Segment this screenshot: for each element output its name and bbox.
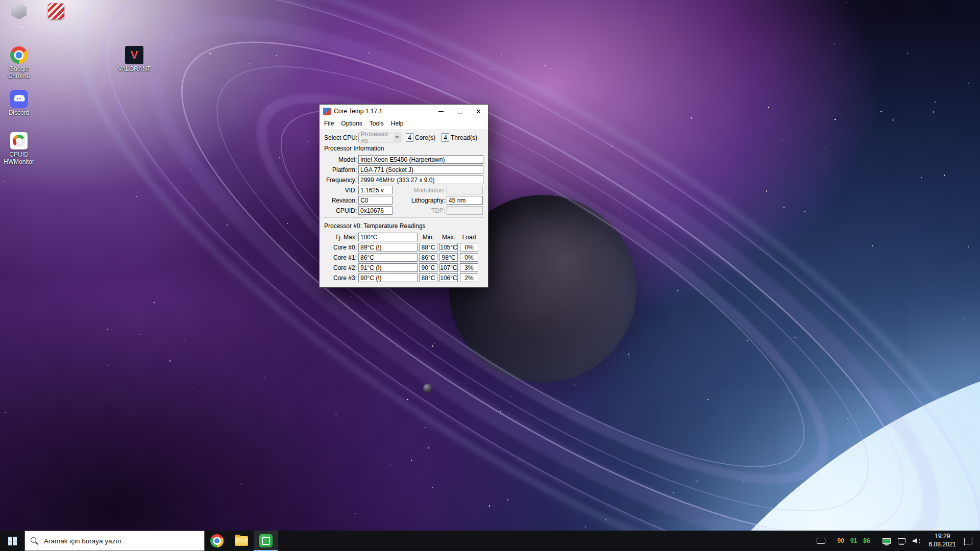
- menu-bar: File Options Tools Help: [320, 118, 488, 129]
- system-tray: 90 91 86 19:29 6.08.2021: [813, 531, 980, 551]
- core1-temp-field: 86°C: [358, 253, 418, 262]
- menu-options[interactable]: Options: [337, 118, 365, 129]
- core2-temp-field: 91°C (!): [358, 263, 418, 272]
- desktop-icon-hwmonitor[interactable]: CPUID HWMonitor: [0, 132, 40, 166]
- window-title: Core Temp 1.17.1: [334, 108, 431, 115]
- core2-min-field: 90°C: [419, 263, 437, 272]
- menu-help[interactable]: Help: [387, 118, 407, 129]
- cpuid-label: CPUID:: [324, 207, 358, 214]
- menu-tools[interactable]: Tools: [366, 118, 387, 129]
- cores-count-field: 4: [406, 133, 413, 142]
- tdp-field: [447, 206, 483, 215]
- coretemp-tray-temps[interactable]: 90 91 86: [829, 531, 879, 551]
- taskbar: 90 91 86 19:29 6.08.2021: [0, 531, 980, 551]
- wallpaper: [0, 0, 980, 551]
- start-button[interactable]: [0, 531, 24, 551]
- search-icon: [31, 537, 38, 545]
- dark-dust-overlay: [0, 0, 980, 551]
- core0-min-field: 88°C: [419, 243, 437, 252]
- core3-temp-field: 90°C (!): [358, 273, 418, 282]
- select-cpu-label: Select CPU:: [324, 134, 358, 141]
- cube-app-icon: [10, 2, 28, 20]
- taskbar-clock[interactable]: 19:29 6.08.2021: [924, 533, 961, 548]
- network-tray-icon[interactable]: [894, 531, 909, 551]
- discord-icon: [10, 90, 28, 108]
- desktop-icon-label: VALORANT: [118, 66, 151, 73]
- cores-label: Core(s): [415, 134, 435, 141]
- model-label: Model:: [324, 156, 358, 163]
- cpu-select-dropdown[interactable]: Processor #0: [358, 133, 401, 142]
- title-bar[interactable]: Core Temp 1.17.1 ✕: [320, 105, 488, 118]
- desktop-icon-label: Discord: [9, 110, 30, 117]
- tjmax-label: Tj. Max:: [324, 234, 358, 241]
- tdp-label: TDP:: [393, 207, 447, 214]
- taskbar-search[interactable]: [24, 531, 205, 551]
- coretemp-taskbar-icon: [259, 534, 273, 547]
- core0-temp-field: 89°C (!): [358, 243, 418, 252]
- lithography-field: 45 nm: [447, 196, 483, 205]
- close-button[interactable]: ✕: [469, 105, 488, 118]
- tray-temp-value[interactable]: 91: [848, 537, 860, 544]
- cpuid-field: 0x10676: [358, 206, 393, 215]
- menu-file[interactable]: File: [321, 118, 337, 129]
- coretemp-app-icon: [323, 108, 331, 115]
- core3-row: Core #3: 90°C (!) 88°C 106°C 2%: [324, 273, 483, 282]
- display-tray-icon[interactable]: [879, 531, 894, 551]
- temp-readings-section-label: Processor #0: Temperature Readings: [324, 222, 483, 230]
- platform-field: LGA 771 (Socket J): [358, 165, 483, 174]
- core1-label: Core #1:: [324, 254, 358, 261]
- taskbar-chrome-button[interactable]: [205, 531, 229, 551]
- clock-date: 6.08.2021: [929, 541, 956, 549]
- select-cpu-row: Select CPU: Processor #0 4 Core(s) 4 Thr…: [324, 133, 483, 142]
- clock-time: 19:29: [935, 533, 950, 541]
- search-input[interactable]: [43, 537, 199, 545]
- core2-label: Core #2:: [324, 264, 358, 271]
- maximize-button[interactable]: [450, 105, 469, 118]
- lithography-label: Lithography:: [393, 197, 447, 204]
- window-body: Select CPU: Processor #0 4 Core(s) 4 Thr…: [320, 129, 488, 287]
- vid-field: 1.1625 v: [358, 186, 393, 194]
- revision-field: C0: [358, 196, 393, 205]
- tray-temp-value[interactable]: 90: [835, 537, 847, 544]
- modulation-label: Modulation:: [393, 187, 447, 194]
- tray-temp-value[interactable]: 86: [861, 537, 872, 544]
- coretemp-window: Core Temp 1.17.1 ✕ File Options Tools He…: [319, 104, 488, 288]
- desktop-icon-label: Google Chrome: [0, 66, 40, 80]
- threads-label: Thread(s): [451, 134, 477, 141]
- action-center-button[interactable]: [961, 531, 976, 551]
- processor-info-section-label: Processor Information: [324, 145, 483, 152]
- section-separator: [324, 217, 483, 219]
- minimize-button[interactable]: [431, 105, 450, 118]
- volume-tray-icon[interactable]: [909, 531, 924, 551]
- core3-load-field: 2%: [460, 273, 478, 282]
- core2-max-field: 107°C: [439, 263, 458, 272]
- col-min-header: Min.: [419, 234, 437, 241]
- threads-count-field: 4: [442, 133, 449, 142]
- touch-keyboard-tray-icon[interactable]: [813, 531, 829, 551]
- core1-min-field: 86°C: [419, 253, 437, 262]
- revision-label: Revision:: [324, 197, 358, 204]
- desktop-icon-chrome[interactable]: Google Chrome: [0, 46, 40, 80]
- col-load-header: Load: [460, 234, 478, 241]
- core2-row: Core #2: 91°C (!) 90°C 107°C 3%: [324, 263, 483, 272]
- chevron-down-icon: [394, 133, 401, 142]
- model-field: Intel Xeon E5450 (Harpertown): [358, 155, 483, 164]
- taskbar-coretemp-button[interactable]: [254, 531, 278, 551]
- chrome-icon: [10, 46, 28, 64]
- modulation-field: [447, 186, 483, 194]
- desktop-icon-discord[interactable]: Discord: [0, 90, 40, 117]
- core3-min-field: 88°C: [419, 273, 437, 282]
- desktop-icon-valorant[interactable]: V VALORANT: [113, 46, 156, 73]
- frequency-label: Frequency:: [324, 177, 358, 184]
- desktop-icon-label: CPUID HWMonitor: [0, 152, 40, 166]
- core0-row: Core #0: 89°C (!) 88°C 105°C 0%: [324, 243, 483, 252]
- core1-load-field: 0%: [460, 253, 478, 262]
- windows-logo-icon: [8, 537, 17, 545]
- vid-label: VID:: [324, 187, 358, 194]
- frequency-field: 2999.46MHz (333.27 x 9.0): [358, 176, 483, 184]
- desktop-icon-2[interactable]: [35, 2, 78, 22]
- hwmonitor-icon: [10, 132, 28, 150]
- core0-max-field: 105°C: [439, 243, 458, 252]
- taskbar-explorer-button[interactable]: [229, 531, 254, 551]
- red-app-icon: [47, 2, 65, 20]
